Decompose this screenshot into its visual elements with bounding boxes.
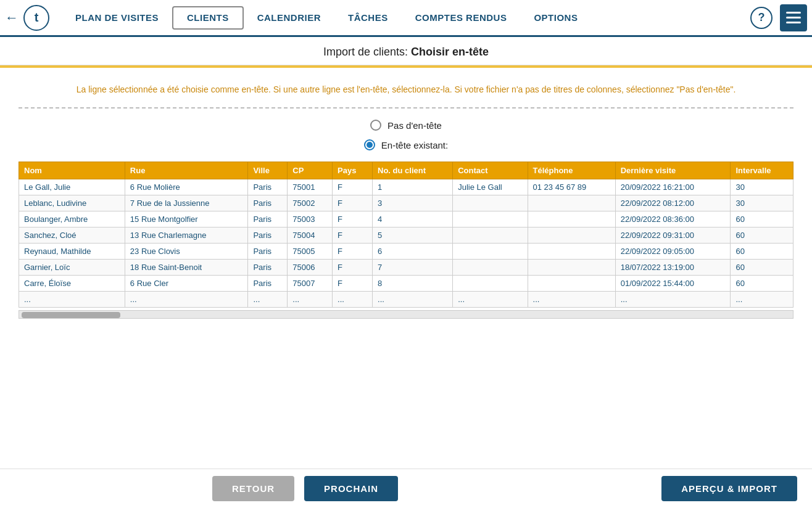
main-nav: PLAN DE VISITES CLIENTS CALENDRIER TÂCHE… bbox=[62, 0, 750, 36]
table-cell: ... bbox=[373, 292, 453, 308]
table-cell: ... bbox=[19, 292, 125, 308]
table-row[interactable]: Le Gall, Julie6 Rue MolièreParis75001F1J… bbox=[19, 179, 793, 195]
radio-no-header[interactable]: Pas d'en-tête bbox=[370, 120, 442, 131]
retour-button[interactable]: RETOUR bbox=[212, 476, 294, 501]
table-body: Le Gall, Julie6 Rue MolièreParis75001F1J… bbox=[19, 179, 793, 308]
table-cell: Paris bbox=[248, 260, 288, 276]
header: ← t PLAN DE VISITES CLIENTS CALENDRIER T… bbox=[0, 0, 812, 37]
help-button[interactable]: ? bbox=[750, 7, 773, 29]
table-cell: F bbox=[333, 244, 373, 260]
radio-no-header-label: Pas d'en-tête bbox=[387, 120, 442, 131]
main-content: La ligne sélectionnée a été choisie comm… bbox=[0, 68, 812, 373]
nav-comptes-rendus[interactable]: COMPTES RENDUS bbox=[402, 0, 521, 36]
radio-existing-header-circle[interactable] bbox=[364, 139, 375, 150]
table-row[interactable]: Leblanc, Ludivine7 Rue de la JussiennePa… bbox=[19, 195, 793, 211]
table-row[interactable]: Reynaud, Mathilde23 Rue ClovisParis75005… bbox=[19, 244, 793, 260]
table-cell: 22/09/2022 09:05:00 bbox=[615, 244, 731, 260]
table-cell: 22/09/2022 08:12:00 bbox=[615, 195, 731, 211]
table-cell: 23 Rue Clovis bbox=[125, 244, 248, 260]
nav-plan-de-visites[interactable]: PLAN DE VISITES bbox=[62, 0, 172, 36]
table-cell: 60 bbox=[731, 211, 793, 227]
table-cell: 3 bbox=[373, 195, 453, 211]
back-button[interactable]: ← bbox=[5, 10, 19, 26]
hamburger-menu-button[interactable] bbox=[780, 4, 807, 31]
table-cell: 01/09/2022 15:44:00 bbox=[615, 276, 731, 292]
table-row[interactable]: Carre, Éloïse6 Rue ClerParis75007F801/09… bbox=[19, 276, 793, 292]
table-cell: 7 bbox=[373, 260, 453, 276]
table-cell bbox=[528, 260, 615, 276]
table-header: Nom Rue Ville CP Pays No. du client Cont… bbox=[19, 162, 793, 179]
table-cell: Paris bbox=[248, 227, 288, 244]
table-cell: 60 bbox=[731, 276, 793, 292]
table-cell: F bbox=[333, 211, 373, 227]
nav-options[interactable]: OPTIONS bbox=[520, 0, 591, 36]
menu-line-3 bbox=[786, 22, 801, 23]
table-header-row: Nom Rue Ville CP Pays No. du client Cont… bbox=[19, 162, 793, 179]
back-arrow-icon: ← bbox=[5, 10, 19, 26]
table-cell: Carre, Éloïse bbox=[19, 276, 125, 292]
col-rue: Rue bbox=[125, 162, 248, 179]
horizontal-scrollbar-thumb[interactable] bbox=[22, 312, 120, 318]
table-cell: Reynaud, Mathilde bbox=[19, 244, 125, 260]
col-nom: Nom bbox=[19, 162, 125, 179]
page-title-bar: Import de clients: Choisir en-tête bbox=[0, 37, 812, 65]
table-cell: F bbox=[333, 227, 373, 244]
nav-taches[interactable]: TÂCHES bbox=[334, 0, 402, 36]
table-row[interactable]: Sanchez, Cloé13 Rue CharlemagneParis7500… bbox=[19, 227, 793, 244]
radio-existing-header-label: En-tête existant: bbox=[381, 140, 448, 150]
table-cell: 30 bbox=[731, 195, 793, 211]
table-cell: 22/09/2022 08:36:00 bbox=[615, 211, 731, 227]
table-cell: 22/09/2022 09:31:00 bbox=[615, 227, 731, 244]
col-no-client: No. du client bbox=[373, 162, 453, 179]
table-cell: 18 Rue Saint-Benoit bbox=[125, 260, 248, 276]
app-logo: t bbox=[23, 5, 49, 31]
footer-bar: RETOUR PROCHAIN APERÇU & IMPORT bbox=[0, 469, 812, 508]
table-cell: F bbox=[333, 276, 373, 292]
dashed-separator bbox=[19, 107, 793, 109]
radio-existing-header[interactable]: En-tête existant: bbox=[364, 139, 448, 150]
table-cell: ... bbox=[615, 292, 731, 308]
table-row[interactable]: .............................. bbox=[19, 292, 793, 308]
table-cell: F bbox=[333, 260, 373, 276]
horizontal-scrollbar[interactable] bbox=[19, 310, 793, 319]
nav-calendrier[interactable]: CALENDRIER bbox=[244, 0, 334, 36]
table-cell bbox=[453, 211, 528, 227]
table-cell: 75006 bbox=[288, 260, 333, 276]
table-cell: ... bbox=[453, 292, 528, 308]
table-cell: Sanchez, Cloé bbox=[19, 227, 125, 244]
table-row[interactable]: Garnier, Loïc18 Rue Saint-BenoitParis750… bbox=[19, 260, 793, 276]
table-cell: 75007 bbox=[288, 276, 333, 292]
page-title-bold: Choisir en-tête bbox=[411, 46, 489, 58]
instruction-text: La ligne sélectionnée a été choisie comm… bbox=[19, 83, 793, 96]
table-cell bbox=[453, 276, 528, 292]
table-cell: F bbox=[333, 179, 373, 195]
table-cell: 30 bbox=[731, 179, 793, 195]
page-title-prefix: Import de clients: bbox=[323, 46, 411, 58]
table-cell: 75004 bbox=[288, 227, 333, 244]
col-contact: Contact bbox=[453, 162, 528, 179]
col-intervalle: Intervalle bbox=[731, 162, 793, 179]
radio-no-header-circle[interactable] bbox=[370, 120, 381, 131]
radio-group: Pas d'en-tête En-tête existant: bbox=[19, 120, 793, 150]
table-cell bbox=[453, 227, 528, 244]
table-cell bbox=[528, 195, 615, 211]
table-row[interactable]: Boulanger, Ambre15 Rue MontgolfierParis7… bbox=[19, 211, 793, 227]
table-cell: Boulanger, Ambre bbox=[19, 211, 125, 227]
table-cell bbox=[453, 244, 528, 260]
table-cell bbox=[453, 195, 528, 211]
menu-line-1 bbox=[786, 12, 801, 14]
table-scroll-area[interactable]: Nom Rue Ville CP Pays No. du client Cont… bbox=[19, 162, 793, 308]
table-cell: 75003 bbox=[288, 211, 333, 227]
nav-clients[interactable]: CLIENTS bbox=[172, 6, 244, 30]
table-cell: 4 bbox=[373, 211, 453, 227]
table-cell: 15 Rue Montgolfier bbox=[125, 211, 248, 227]
table-cell: 01 23 45 67 89 bbox=[528, 179, 615, 195]
col-cp: CP bbox=[288, 162, 333, 179]
table-cell: 1 bbox=[373, 179, 453, 195]
table-cell: ... bbox=[731, 292, 793, 308]
apercu-import-button[interactable]: APERÇU & IMPORT bbox=[661, 476, 797, 501]
table-cell bbox=[528, 211, 615, 227]
table-cell: Paris bbox=[248, 276, 288, 292]
table-cell: ... bbox=[288, 292, 333, 308]
prochain-button[interactable]: PROCHAIN bbox=[304, 476, 398, 501]
